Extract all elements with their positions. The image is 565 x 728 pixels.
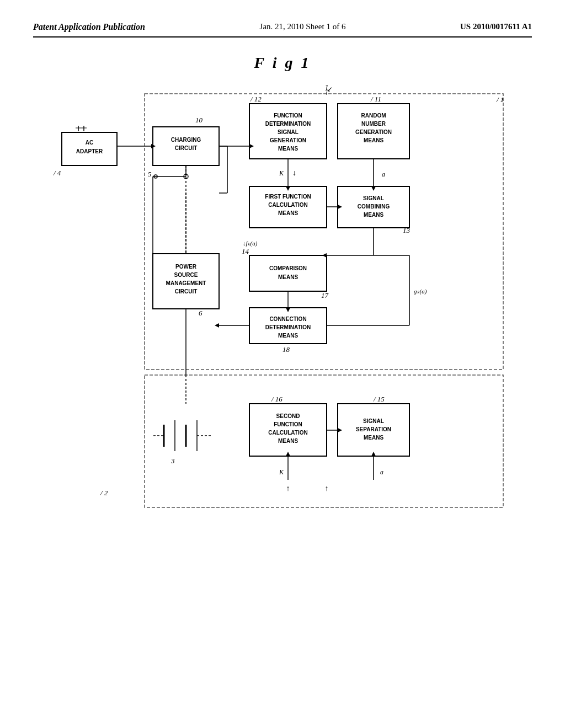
svg-text:CONNECTION: CONNECTION <box>269 316 306 322</box>
diagram-container: 1 ↙ / 1 AC ADAPTER / 4 CHARGING CIRCUIT … <box>45 83 520 535</box>
svg-text:a: a <box>380 468 383 476</box>
svg-text:14: 14 <box>242 247 249 255</box>
svg-text:/ 12: / 12 <box>250 95 262 103</box>
svg-text:/ 11: / 11 <box>370 95 381 103</box>
svg-text:MEANS: MEANS <box>278 210 298 216</box>
svg-text:K: K <box>279 468 284 476</box>
svg-text:MEANS: MEANS <box>364 137 383 143</box>
svg-text:GENERATION: GENERATION <box>270 137 306 143</box>
svg-text:6: 6 <box>199 309 202 317</box>
page-header: Patent Application Publication Jan. 21, … <box>33 22 532 38</box>
page: Patent Application Publication Jan. 21, … <box>0 0 565 728</box>
svg-text:10: 10 <box>195 116 203 124</box>
svg-text:GENERATION: GENERATION <box>355 129 392 135</box>
svg-text:FUNCTION: FUNCTION <box>274 113 302 119</box>
svg-text:/ 2: / 2 <box>100 489 108 497</box>
svg-text:CHARGING: CHARGING <box>171 137 201 143</box>
svg-text:ADAPTER: ADAPTER <box>76 148 103 154</box>
patent-number-label: US 2010/0017611 A1 <box>460 22 532 31</box>
svg-text:FUNCTION: FUNCTION <box>274 421 302 427</box>
svg-text:↑: ↑ <box>325 484 329 493</box>
svg-text:↑: ↑ <box>286 484 290 493</box>
svg-text:DETERMINATION: DETERMINATION <box>265 121 311 127</box>
svg-text:FIRST FUNCTION: FIRST FUNCTION <box>265 194 311 200</box>
svg-text:K: K <box>279 169 284 177</box>
svg-text:/ 15: / 15 <box>373 395 385 403</box>
svg-text:MEANS: MEANS <box>364 435 383 441</box>
svg-text:3: 3 <box>170 457 175 465</box>
svg-text:gₖ(a): gₖ(a) <box>414 288 427 295</box>
svg-text:SIGNAL: SIGNAL <box>363 195 384 201</box>
svg-text:MEANS: MEANS <box>278 333 298 339</box>
svg-text:5: 5 <box>148 170 152 178</box>
svg-text:CALCULATION: CALCULATION <box>268 430 307 436</box>
svg-text:SECOND: SECOND <box>276 413 300 419</box>
svg-text:POWER: POWER <box>175 264 197 270</box>
svg-text:a: a <box>382 170 385 178</box>
svg-text:MEANS: MEANS <box>278 274 298 280</box>
svg-text:MEANS: MEANS <box>278 438 298 444</box>
svg-text:AC: AC <box>86 140 93 146</box>
svg-text:/ 1: / 1 <box>496 95 504 104</box>
svg-text:↙: ↙ <box>327 85 333 93</box>
svg-text:MEANS: MEANS <box>364 212 383 218</box>
svg-text:↓fₖ(a): ↓fₖ(a) <box>243 240 258 247</box>
svg-text:/ 4: / 4 <box>53 169 61 177</box>
publication-label: Patent Application Publication <box>33 22 145 32</box>
svg-text:CIRCUIT: CIRCUIT <box>175 145 198 151</box>
svg-text:COMBINING: COMBINING <box>358 204 390 210</box>
figure-title: F i g 1 <box>33 54 532 72</box>
svg-text:COMPARISON: COMPARISON <box>269 265 307 271</box>
svg-text:↓: ↓ <box>292 168 296 177</box>
svg-text:SIGNAL: SIGNAL <box>278 129 299 135</box>
svg-text:SEPARATION: SEPARATION <box>356 426 391 432</box>
svg-text:MEANS: MEANS <box>278 146 298 152</box>
svg-text:SOURCE: SOURCE <box>174 272 198 278</box>
svg-text:DETERMINATION: DETERMINATION <box>265 324 311 330</box>
svg-text:/ 16: / 16 <box>271 395 282 403</box>
svg-text:NUMBER: NUMBER <box>361 121 386 127</box>
svg-text:13: 13 <box>403 226 411 234</box>
svg-text:17: 17 <box>321 291 329 299</box>
svg-text:MANAGEMENT: MANAGEMENT <box>166 280 206 286</box>
svg-text:SIGNAL: SIGNAL <box>363 418 384 424</box>
date-sheet-label: Jan. 21, 2010 Sheet 1 of 6 <box>260 22 346 31</box>
svg-text:18: 18 <box>282 345 290 354</box>
svg-text:CALCULATION: CALCULATION <box>268 202 307 208</box>
svg-rect-46 <box>249 255 327 291</box>
diagram-svg: 1 ↙ / 1 AC ADAPTER / 4 CHARGING CIRCUIT … <box>45 83 520 535</box>
svg-text:RANDOM: RANDOM <box>361 113 386 119</box>
svg-marker-100 <box>215 323 219 328</box>
svg-text:CIRCUIT: CIRCUIT <box>175 288 198 295</box>
